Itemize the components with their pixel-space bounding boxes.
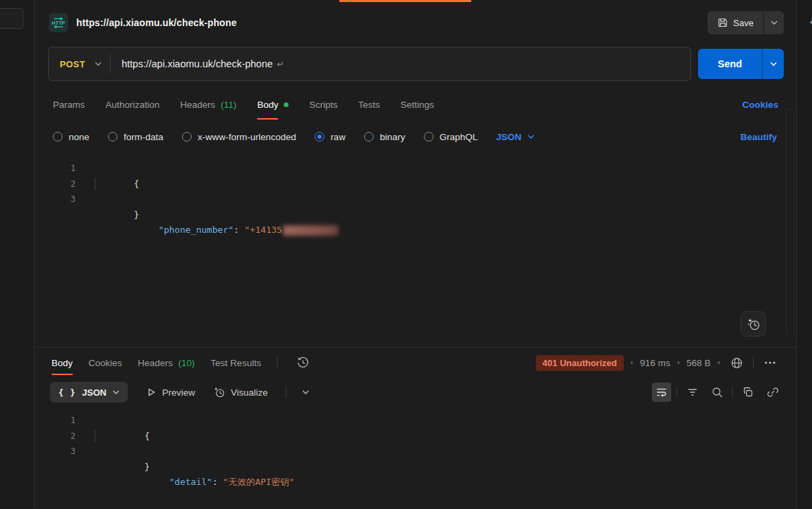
response-toolbar: { } JSON Preview	[34, 378, 796, 407]
code-line: 3}	[34, 192, 796, 207]
svg-text:HTTP: HTTP	[52, 20, 65, 26]
dot-separator	[718, 361, 721, 364]
radio-icon	[364, 132, 374, 142]
response-body-editor[interactable]: 1{ 2 "detail": "无效的API密钥" 3}	[34, 407, 796, 460]
status-badge[interactable]: 401 Unauthorized	[536, 355, 624, 371]
response-tab-cookies[interactable]: Cookies	[89, 358, 122, 368]
request-tabs: Params Authorization Headers(11) Body Sc…	[34, 87, 796, 122]
save-button-group: Save	[708, 11, 784, 34]
collapsed-sidebar-item[interactable]	[0, 8, 23, 29]
response-time[interactable]: 916 ms	[640, 358, 670, 368]
indent-guide	[95, 178, 95, 191]
code-line: 1{	[34, 413, 796, 429]
save-button[interactable]: Save	[708, 11, 763, 34]
save-icon	[717, 17, 728, 28]
globe-icon	[730, 357, 743, 370]
chevron-down-icon	[528, 135, 534, 139]
url-input-box: POST https://api.xiaomu.uk/check-phone ↵	[48, 47, 691, 81]
dot-separator	[631, 361, 633, 364]
response-more-options-button[interactable]	[760, 353, 780, 372]
filter-button[interactable]	[683, 383, 702, 402]
response-format-selector[interactable]: { } JSON	[50, 382, 128, 403]
language-selector[interactable]: JSON	[496, 132, 534, 142]
mode-form-data[interactable]: form-data	[108, 132, 163, 142]
mode-graphql[interactable]: GraphQL	[424, 132, 478, 142]
send-button-group: Send	[698, 49, 784, 79]
json-key: "detail"	[169, 477, 212, 487]
method-selector[interactable]: POST	[49, 59, 111, 69]
divider	[286, 387, 286, 398]
radio-selected-icon	[315, 132, 324, 142]
visualize-button[interactable]: Visualize	[213, 386, 268, 398]
chevron-down-icon	[771, 21, 778, 25]
tab-authorization[interactable]: Authorization	[106, 100, 160, 110]
mode-raw[interactable]: raw	[315, 132, 346, 142]
filter-icon	[686, 386, 699, 398]
format-options-button[interactable]	[296, 383, 315, 402]
request-panel: HTTP https://api.xiaomu.uk/check-phone	[34, 0, 796, 509]
save-options-button[interactable]	[763, 11, 784, 34]
response-headers-count: (10)	[179, 358, 195, 368]
code-line: 1{	[34, 161, 796, 177]
app-window: HTTP https://api.xiaomu.uk/check-phone	[0, 0, 812, 509]
more-options-icon	[765, 361, 776, 364]
cookies-link[interactable]: Cookies	[742, 100, 778, 110]
request-header: HTTP https://api.xiaomu.uk/check-phone	[34, 2, 796, 43]
chevron-down-icon[interactable]	[95, 62, 102, 66]
dot-separator	[677, 361, 680, 364]
send-button[interactable]: Send	[698, 49, 762, 79]
tab-headers[interactable]: Headers(11)	[180, 100, 236, 110]
preview-button[interactable]: Preview	[146, 387, 195, 398]
divider	[110, 54, 111, 73]
response-meta: 401 Unauthorized 916 ms 568 B	[536, 353, 780, 372]
mode-binary[interactable]: binary	[364, 132, 405, 142]
radio-icon	[53, 132, 63, 142]
redacted-phone-blur	[283, 225, 338, 236]
send-options-button[interactable]	[762, 49, 784, 79]
preview-icon	[146, 387, 157, 398]
postbot-icon	[747, 317, 760, 331]
tab-tests[interactable]: Tests	[358, 100, 380, 110]
request-body-editor[interactable]: 1{ 2 "phone_number": "+14135 3}	[34, 151, 796, 347]
copy-button[interactable]	[738, 383, 758, 402]
wrap-text-icon	[655, 386, 668, 398]
body-mode-row: none form-data x-www-form-urlencoded raw…	[34, 122, 796, 151]
link-button[interactable]	[763, 383, 782, 402]
json-key: "phone_number"	[159, 225, 234, 235]
http-method-icon: HTTP	[49, 13, 68, 32]
mode-x-www-form-urlencoded[interactable]: x-www-form-urlencoded	[182, 132, 296, 142]
postbot-button[interactable]	[741, 311, 766, 337]
save-button-label: Save	[733, 18, 754, 28]
right-rail: ◆	[796, 0, 812, 509]
response-tab-headers[interactable]: Headers(10)	[138, 358, 195, 368]
response-tab-body[interactable]: Body	[52, 358, 73, 368]
wrap-text-button[interactable]	[652, 383, 671, 402]
divider	[732, 387, 733, 398]
headers-count: (11)	[221, 100, 236, 110]
mode-none[interactable]: none	[53, 132, 89, 142]
request-title: https://api.xiaomu.uk/check-phone	[76, 17, 237, 28]
search-icon	[711, 386, 723, 398]
code-line: 3}	[34, 444, 796, 460]
chevron-down-icon	[770, 62, 777, 66]
divider	[277, 357, 278, 368]
editor-scrollbar-track[interactable]	[786, 109, 794, 337]
indent-guide	[95, 430, 95, 443]
search-button[interactable]	[708, 383, 727, 402]
tab-settings[interactable]: Settings	[401, 100, 434, 110]
left-rail	[0, 0, 34, 509]
link-icon	[767, 386, 779, 398]
response-size[interactable]: 568 B	[686, 358, 710, 368]
network-info-button[interactable]	[727, 353, 746, 372]
code-line: 2 "detail": "无效的API密钥"	[34, 429, 796, 444]
response-tab-test-results[interactable]: Test Results	[211, 358, 262, 368]
beautify-link[interactable]: Beautify	[741, 132, 777, 142]
url-input[interactable]: https://api.xiaomu.uk/check-phone	[122, 58, 273, 69]
tab-body[interactable]: Body	[257, 100, 289, 110]
url-row: POST https://api.xiaomu.uk/check-phone ↵…	[34, 44, 796, 84]
chevron-down-icon	[113, 390, 120, 394]
response-history-button[interactable]	[293, 353, 313, 372]
tab-scripts[interactable]: Scripts	[309, 100, 337, 110]
visualize-icon	[213, 386, 225, 398]
tab-params[interactable]: Params	[53, 100, 85, 110]
